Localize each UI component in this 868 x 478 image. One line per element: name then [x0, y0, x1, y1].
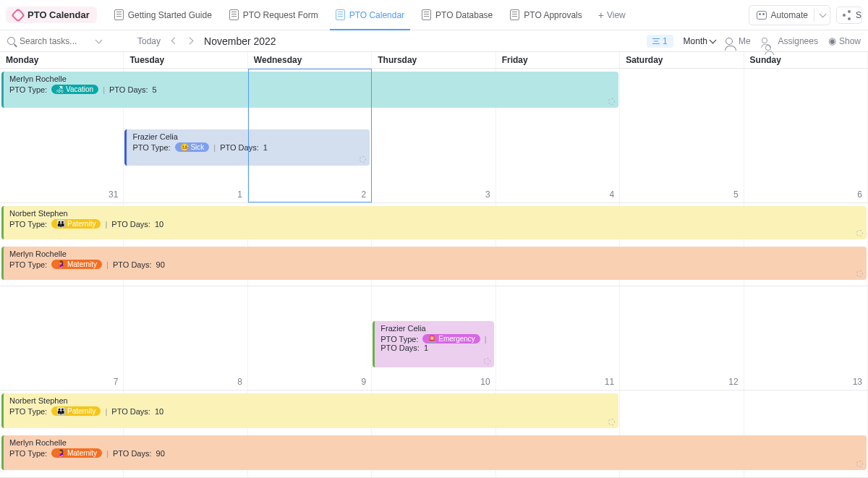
calendar-week-row: Merlyn Rochelle PTO Type: 🏖 Vacation | P…: [0, 69, 868, 203]
pto-days-value: 1: [424, 343, 428, 352]
tab-pto-approvals[interactable]: PTO Approvals: [501, 0, 590, 30]
tab-label: PTO Database: [435, 10, 493, 20]
pto-days-value: 90: [156, 260, 165, 269]
share-icon: [843, 14, 846, 17]
page-title: PTO Calendar: [27, 9, 90, 20]
calendar-day-cell[interactable]: [744, 286, 868, 390]
prev-month-button[interactable]: [171, 38, 179, 45]
tab-label: PTO Request Form: [243, 10, 318, 20]
calendar-day-cell[interactable]: [620, 69, 744, 202]
tab-getting-started[interactable]: Getting Started Guide: [106, 0, 221, 30]
gear-icon[interactable]: [856, 461, 863, 467]
pto-type-badge: 🚨 Emergency: [422, 334, 480, 343]
automate-button[interactable]: Automate: [749, 5, 830, 25]
day-header: Friday: [496, 52, 620, 68]
assignees-filter[interactable]: Assignees: [761, 36, 818, 46]
users-icon: [761, 37, 771, 46]
view-mode-select[interactable]: Month: [684, 36, 715, 46]
pto-type-badge: 👪 Paternity: [51, 219, 101, 229]
day-header: Saturday: [620, 52, 744, 68]
pto-type-label: PTO Type:: [9, 220, 47, 229]
view-mode-label: Month: [684, 36, 707, 46]
me-filter[interactable]: Me: [726, 36, 751, 46]
doc-icon: [510, 9, 519, 20]
filter-button[interactable]: 1: [647, 35, 673, 48]
event-person: Frazier Celia: [380, 324, 488, 333]
pto-type-badge: 👪 Paternity: [51, 406, 101, 416]
divider: [814, 9, 814, 22]
pto-days-value: 10: [155, 407, 163, 416]
next-month-button[interactable]: [187, 38, 194, 45]
pto-days-label: PTO Days:: [111, 220, 150, 229]
doc-icon: [114, 9, 124, 20]
calendar-event[interactable]: Merlyn Rochelle PTO Type: 🤰 Maternity | …: [1, 435, 867, 470]
calendar-event[interactable]: Merlyn Rochelle PTO Type: 🤰 Maternity | …: [1, 247, 867, 280]
tab-pto-database[interactable]: PTO Database: [413, 0, 501, 30]
doc-icon: [422, 9, 431, 20]
me-label: Me: [739, 36, 751, 46]
search-input[interactable]: [20, 36, 92, 46]
gear-icon[interactable]: [484, 358, 490, 364]
robot-icon: [757, 11, 767, 20]
calendar-day-cell[interactable]: [620, 286, 744, 390]
event-person: Norbert Stephen: [9, 396, 613, 405]
calendar-week-row: Frazier Celia PTO Type: 🚨 Emergency | PT…: [0, 286, 868, 390]
day-header: Thursday: [372, 52, 495, 68]
day-header: Monday: [0, 52, 124, 68]
pto-days-label: PTO Days:: [113, 260, 152, 269]
current-month-label: November 2022: [204, 35, 276, 47]
calendar-event[interactable]: Norbert Stephen PTO Type: 👪 Paternity | …: [1, 206, 867, 239]
add-view-button[interactable]: + View: [591, 10, 633, 20]
tab-pto-request-form[interactable]: PTO Request Form: [221, 0, 327, 30]
pto-days-value: 90: [156, 449, 165, 458]
calendar-day-cell[interactable]: [248, 286, 372, 390]
pto-days-label: PTO Days:: [109, 85, 148, 94]
pto-days-label: PTO Days:: [380, 343, 420, 352]
show-menu[interactable]: ◉ Show: [828, 35, 861, 46]
calendar-day-cell[interactable]: [0, 286, 124, 390]
search-icon: [7, 37, 15, 45]
event-person: Merlyn Rochelle: [9, 438, 861, 447]
event-person: Merlyn Rochelle: [9, 249, 861, 258]
share-button[interactable]: S: [836, 7, 862, 24]
pto-type-badge: 🏖 Vacation: [51, 85, 98, 94]
pto-type-label: PTO Type:: [380, 335, 418, 343]
gear-icon[interactable]: [608, 419, 615, 425]
tab-pto-calendar[interactable]: PTO Calendar: [327, 0, 413, 30]
pto-type-label: PTO Type:: [9, 407, 47, 416]
gear-icon[interactable]: [856, 270, 863, 277]
calendar-event[interactable]: Norbert Stephen PTO Type: 👪 Paternity | …: [1, 393, 618, 428]
doc-icon: [336, 9, 345, 20]
pto-type-badge: 🤒 Sick: [175, 142, 210, 152]
chevron-down-icon: [820, 10, 827, 17]
pto-type-label: PTO Type:: [9, 449, 47, 458]
day-header: Wednesday: [248, 52, 372, 68]
calendar-day-cell[interactable]: [744, 69, 868, 202]
pto-days-value: 10: [155, 220, 163, 229]
user-icon: [726, 38, 733, 45]
plus-icon: +: [598, 10, 604, 20]
filter-icon: [652, 38, 660, 44]
calendar-event[interactable]: Frazier Celia PTO Type: 🚨 Emergency | PT…: [373, 321, 493, 367]
calendar-week-row: Norbert Stephen PTO Type: 👪 Paternity | …: [0, 390, 868, 478]
pto-days-label: PTO Days:: [111, 407, 150, 416]
today-button[interactable]: Today: [137, 36, 161, 46]
calendar-day-cell[interactable]: [124, 286, 247, 390]
gear-icon[interactable]: [608, 98, 615, 105]
page-title-chip[interactable]: PTO Calendar: [6, 7, 97, 23]
day-header: Sunday: [744, 52, 868, 68]
pto-days-label: PTO Days:: [113, 449, 152, 458]
ring-icon: [11, 8, 25, 22]
pto-type-label: PTO Type:: [9, 85, 47, 94]
calendar-week-row: Norbert Stephen PTO Type: 👪 Paternity | …: [0, 203, 868, 286]
filter-count: 1: [663, 36, 668, 46]
tab-label: PTO Calendar: [349, 10, 404, 20]
calendar-day-cell[interactable]: [248, 69, 372, 202]
pto-type-badge: 🤰 Maternity: [51, 448, 102, 458]
calendar-day-cell[interactable]: [496, 286, 620, 390]
chevron-down-icon[interactable]: [95, 36, 103, 43]
gear-icon[interactable]: [856, 230, 863, 236]
add-view-label: View: [607, 10, 626, 20]
automate-label: Automate: [771, 10, 808, 20]
pto-type-label: PTO Type:: [9, 260, 47, 269]
